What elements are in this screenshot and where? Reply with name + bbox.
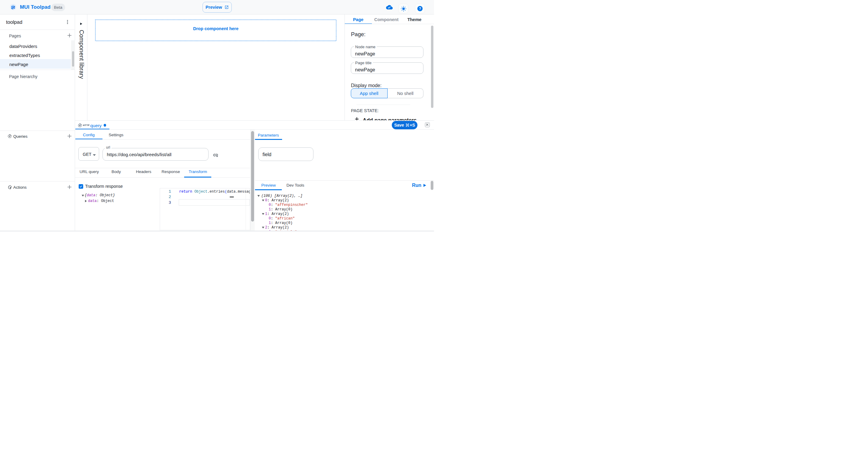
svg-text:?: ? [419,7,421,11]
